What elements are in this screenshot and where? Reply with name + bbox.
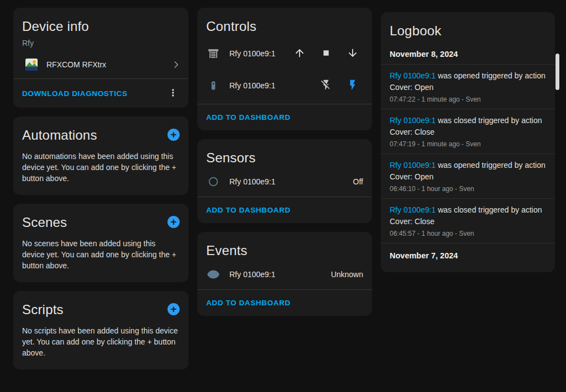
- controls-title: Controls: [197, 8, 372, 38]
- entity-name[interactable]: Rfy 0100e9:1: [229, 81, 275, 90]
- turn-off-button[interactable]: [316, 75, 337, 96]
- add-to-dashboard-button[interactable]: ADD TO DASHBOARD: [197, 290, 300, 316]
- logbook-entry-text: Rfy 0100e9:1 was opened triggered by act…: [390, 160, 546, 183]
- logbook-entry[interactable]: Rfy 0100e9:1 was closed triggered by act…: [381, 109, 555, 153]
- remote-icon: [206, 80, 221, 91]
- cover-close-button[interactable]: [342, 43, 363, 64]
- integration-row[interactable]: RFXCOM RFXtrx: [13, 51, 188, 78]
- logbook-entry[interactable]: Rfy 0100e9:1 was opened triggered by act…: [381, 64, 555, 109]
- logbook-date-header: November 7, 2024: [381, 243, 555, 272]
- plus-icon: +: [170, 129, 176, 140]
- sensors-footer: ADD TO DASHBOARD: [197, 194, 372, 223]
- event-entity-row[interactable]: Rfy 0100e9:1 Unknown: [197, 262, 372, 287]
- scenes-header: Scenes +: [13, 204, 188, 234]
- entity-link[interactable]: Rfy 0100e9:1: [390, 205, 436, 214]
- scripts-header: Scripts +: [13, 291, 188, 321]
- sensor-state: Off: [353, 177, 363, 186]
- add-to-dashboard-button[interactable]: ADD TO DASHBOARD: [197, 104, 300, 130]
- entity-link[interactable]: Rfy 0100e9:1: [390, 71, 436, 80]
- download-diagnostics-button[interactable]: DOWNLOAD DIAGNOSTICS: [22, 85, 132, 102]
- add-script-button[interactable]: +: [167, 303, 180, 315]
- events-title: Events: [197, 232, 372, 262]
- circle-outline-icon: [206, 176, 221, 188]
- window-shutter-icon: [206, 47, 221, 60]
- device-model-subtitle: Rfy: [13, 38, 188, 51]
- middle-column: Controls Rfy 0100e9:1: [197, 8, 372, 316]
- logbook-date-header: November 8, 2024: [381, 42, 555, 64]
- plus-icon: +: [170, 216, 176, 227]
- cover-open-button[interactable]: [289, 43, 310, 64]
- kebab-menu-icon: [167, 87, 179, 100]
- arrow-down-icon: [347, 47, 359, 61]
- automations-empty-text: No automations have been added using thi…: [13, 146, 188, 195]
- logbook-entry-meta: 06:46:10 - 1 hour ago - Sven: [390, 185, 546, 193]
- entity-link[interactable]: Rfy 0100e9:1: [390, 116, 436, 125]
- logbook-entry[interactable]: Rfy 0100e9:1 was opened triggered by act…: [381, 153, 555, 198]
- device-actions-row: DOWNLOAD DIAGNOSTICS: [13, 79, 188, 108]
- eye-icon: [206, 268, 221, 281]
- scrollbar-thumb[interactable]: [555, 54, 559, 90]
- automations-header: Automations +: [13, 116, 188, 146]
- sensors-card: Sensors Rfy 0100e9:1 Off ADD TO DASHBOAR…: [197, 139, 372, 223]
- logbook-entry-text: Rfy 0100e9:1 was closed triggered by act…: [390, 115, 546, 138]
- remote-entity-row[interactable]: Rfy 0100e9:1: [197, 70, 372, 102]
- events-card: Events Rfy 0100e9:1 Unknown ADD TO DASHB…: [197, 232, 372, 316]
- logbook-entry-meta: 07:47:22 - 1 minute ago - Sven: [390, 96, 546, 103]
- add-automation-button[interactable]: +: [167, 129, 180, 141]
- device-menu-button[interactable]: [162, 82, 184, 104]
- device-info-card: Device info Rfy RFXCOM RFXtrx: [13, 8, 188, 108]
- controls-card: Controls Rfy 0100e9:1: [197, 8, 372, 130]
- rfxcom-logo-icon: [24, 59, 39, 71]
- entity-name[interactable]: Rfy 0100e9:1: [229, 270, 275, 279]
- flash-off-icon: [320, 79, 332, 93]
- scenes-empty-text: No scenes have been added using this dev…: [13, 234, 188, 282]
- cover-stop-button[interactable]: [316, 43, 337, 64]
- add-to-dashboard-button[interactable]: ADD TO DASHBOARD: [197, 197, 300, 223]
- scenes-card: Scenes + No scenes have been added using…: [13, 204, 188, 282]
- plus-icon: +: [170, 304, 176, 314]
- cover-entity-row[interactable]: Rfy 0100e9:1: [197, 38, 372, 70]
- entity-name[interactable]: Rfy 0100e9:1: [229, 49, 275, 58]
- events-footer: ADD TO DASHBOARD: [197, 287, 372, 316]
- cover-controls: [289, 43, 363, 64]
- logbook-entry-text: Rfy 0100e9:1 was closed triggered by act…: [390, 204, 546, 227]
- logbook-entry-text: Rfy 0100e9:1 was opened triggered by act…: [390, 70, 546, 93]
- logbook-entry-meta: 06:45:57 - 1 hour ago - Sven: [390, 230, 546, 237]
- arrow-up-icon: [294, 47, 306, 61]
- automations-title: Automations: [13, 116, 106, 146]
- flash-icon: [347, 79, 359, 93]
- logbook-entry[interactable]: Rfy 0100e9:1 was closed triggered by act…: [381, 198, 555, 243]
- device-page: Device info Rfy RFXCOM RFXtrx: [0, 0, 566, 392]
- scripts-empty-text: No scripts have been added using this de…: [13, 321, 188, 369]
- entity-link[interactable]: Rfy 0100e9:1: [390, 161, 436, 169]
- logbook-title: Logbook: [381, 12, 555, 42]
- chevron-right-icon: [171, 59, 182, 70]
- sensor-entity-row[interactable]: Rfy 0100e9:1 Off: [197, 169, 372, 194]
- entity-name[interactable]: Rfy 0100e9:1: [229, 177, 275, 186]
- scripts-card: Scripts + No scripts have been added usi…: [13, 291, 188, 369]
- scripts-title: Scripts: [13, 291, 72, 321]
- controls-footer: ADD TO DASHBOARD: [197, 102, 372, 130]
- integration-name: RFXCOM RFXtrx: [46, 60, 163, 69]
- right-column: Logbook November 8, 2024 Rfy 0100e9:1 wa…: [381, 12, 555, 272]
- scenes-title: Scenes: [13, 204, 76, 234]
- stop-icon: [322, 49, 331, 59]
- event-state: Unknown: [331, 270, 363, 279]
- left-column: Device info Rfy RFXCOM RFXtrx: [13, 8, 188, 369]
- logbook-entry-meta: 07:47:19 - 1 minute ago - Sven: [390, 140, 546, 148]
- turn-on-button[interactable]: [342, 75, 363, 96]
- logbook-card: Logbook November 8, 2024 Rfy 0100e9:1 wa…: [381, 12, 555, 272]
- sensors-title: Sensors: [197, 139, 372, 169]
- automations-card: Automations + No automations have been a…: [13, 116, 188, 195]
- add-scene-button[interactable]: +: [167, 216, 180, 228]
- device-info-title: Device info: [13, 8, 188, 38]
- remote-controls: [316, 75, 363, 96]
